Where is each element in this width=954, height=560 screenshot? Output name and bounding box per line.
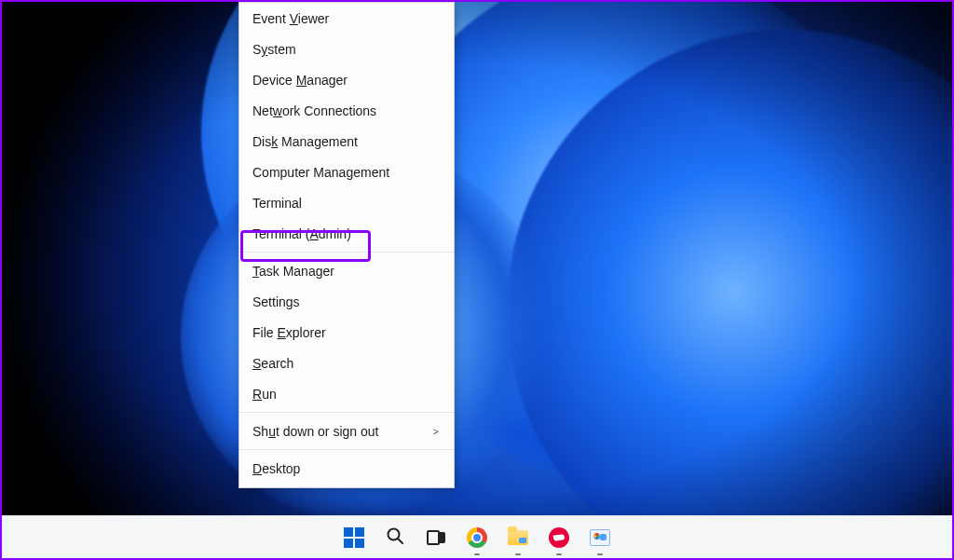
menu-item-label: Settings <box>252 294 300 309</box>
menu-item-disk-management[interactable]: Disk Management <box>239 126 454 157</box>
running-indicator <box>474 553 480 555</box>
menu-separator <box>239 252 454 253</box>
search-button[interactable] <box>376 519 414 556</box>
menu-item-event-viewer[interactable]: Event Viewer <box>239 3 454 34</box>
control-panel-button[interactable] <box>581 519 619 556</box>
menu-item-settings[interactable]: Settings <box>239 286 454 317</box>
chrome-button[interactable] <box>458 519 496 556</box>
app-lips-button[interactable] <box>540 519 578 556</box>
running-indicator <box>556 553 562 555</box>
windows-logo-icon <box>344 527 364 548</box>
menu-item-label: Task Manager <box>252 264 334 279</box>
menu-item-label: File Explorer <box>252 325 326 340</box>
start-button[interactable] <box>335 519 373 556</box>
menu-item-label: Run <box>252 387 277 402</box>
desktop-wallpaper[interactable] <box>2 2 952 558</box>
menu-item-label: Terminal <box>252 196 302 211</box>
lips-icon <box>549 527 569 548</box>
menu-item-label: Desktop <box>252 461 300 476</box>
menu-item-device-manager[interactable]: Device Manager <box>239 64 454 95</box>
file-explorer-button[interactable] <box>499 519 537 556</box>
menu-item-shut-down-or-sign-out[interactable]: Shut down or sign out> <box>239 416 454 446</box>
menu-item-task-manager[interactable]: Task Manager <box>239 255 454 286</box>
file-explorer-icon <box>508 530 528 545</box>
running-indicator <box>597 553 603 555</box>
task-view-button[interactable] <box>417 519 455 556</box>
winx-context-menu: Event ViewerSystemDevice ManagerNetwork … <box>238 2 455 488</box>
menu-item-terminal[interactable]: Terminal <box>239 187 454 218</box>
running-indicator <box>515 553 521 555</box>
menu-item-label: System <box>252 42 296 57</box>
menu-item-search[interactable]: Search <box>239 348 454 378</box>
control-panel-icon <box>590 529 610 546</box>
menu-item-run[interactable]: Run <box>239 378 454 409</box>
menu-item-label: Device Manager <box>252 73 348 88</box>
chrome-icon <box>467 527 487 548</box>
menu-item-label: Search <box>252 356 293 371</box>
menu-item-label: Shut down or sign out <box>252 424 378 439</box>
menu-item-system[interactable]: System <box>239 34 454 64</box>
menu-item-terminal-admin[interactable]: Terminal (Admin) <box>239 218 454 249</box>
menu-item-label: Disk Management <box>252 134 358 149</box>
taskbar <box>2 515 952 558</box>
menu-item-file-explorer[interactable]: File Explorer <box>239 317 454 348</box>
menu-separator <box>239 449 454 450</box>
menu-item-label: Event Viewer <box>252 11 329 26</box>
menu-separator <box>239 412 454 413</box>
menu-item-label: Computer Management <box>252 165 389 180</box>
chevron-right-icon: > <box>433 426 439 437</box>
menu-item-desktop[interactable]: Desktop <box>239 453 454 484</box>
task-view-icon <box>427 530 445 545</box>
menu-item-label: Network Connections <box>252 103 376 118</box>
svg-line-2 <box>398 539 402 543</box>
search-icon <box>386 526 404 549</box>
menu-item-computer-management[interactable]: Computer Management <box>239 157 454 187</box>
menu-item-network-connections[interactable]: Network Connections <box>239 95 454 126</box>
menu-item-label: Terminal (Admin) <box>252 226 351 241</box>
